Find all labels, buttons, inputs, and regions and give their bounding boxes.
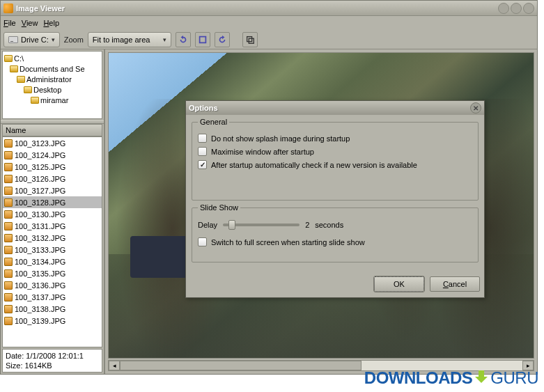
image-file-icon: [4, 187, 13, 195]
dialog-titlebar[interactable]: Options ✕: [186, 101, 484, 115]
image-file-icon: [4, 293, 13, 301]
folder-icon: [10, 65, 18, 72]
dialog-close-button[interactable]: ✕: [470, 102, 481, 113]
zoom-label: Zoom: [64, 36, 84, 44]
tree-item[interactable]: C:\: [4, 53, 100, 63]
file-row[interactable]: 100_3132.JPG: [3, 232, 102, 244]
file-list-header[interactable]: Name: [2, 124, 102, 136]
delay-label: Delay: [198, 221, 217, 229]
file-name: 100_3133.JPG: [15, 246, 65, 254]
svg-rect-0: [199, 36, 205, 42]
file-row[interactable]: 100_3131.JPG: [3, 220, 102, 232]
ok-button[interactable]: OK: [374, 276, 424, 292]
titlebar[interactable]: Image Viewer: [1, 1, 537, 16]
image-file-icon: [4, 198, 13, 207]
image-file-icon: [4, 258, 13, 266]
copy-button[interactable]: [242, 32, 258, 47]
drive-selector[interactable]: Drive C: ▾: [3, 32, 60, 47]
splash-checkbox[interactable]: [198, 134, 207, 143]
download-icon: [474, 370, 489, 386]
file-row[interactable]: 100_3127.JPG: [3, 185, 102, 196]
image-file-icon: [4, 246, 13, 254]
file-name: 100_3134.JPG: [15, 258, 65, 266]
file-row[interactable]: 100_3128.JPG: [3, 196, 102, 208]
fit-button[interactable]: [195, 32, 210, 47]
menu-view[interactable]: View: [22, 19, 38, 27]
svg-rect-2: [249, 38, 254, 43]
close-button[interactable]: [523, 3, 534, 14]
file-name: 100_3136.JPG: [15, 281, 65, 290]
fullscreen-checkbox[interactable]: [198, 237, 207, 246]
menu-help[interactable]: Help: [43, 19, 59, 27]
tree-item[interactable]: Desktop: [4, 84, 100, 95]
scrollbar-thumb[interactable]: [120, 361, 362, 370]
app-icon: [3, 3, 13, 13]
watermark: DOWNLOADSGURU: [364, 368, 538, 388]
image-file-icon: [4, 175, 13, 183]
file-name: 100_3135.JPG: [15, 269, 65, 278]
sidebar: C:\ Documents and Se Administrator Deskt…: [1, 49, 105, 374]
file-row[interactable]: 100_3137.JPG: [3, 291, 102, 303]
toolbar: Drive C: ▾ Zoom Fit to image area ▾: [1, 30, 537, 49]
slideshow-legend: Slide Show: [198, 203, 240, 212]
file-row[interactable]: 100_3126.JPG: [3, 173, 102, 185]
file-list[interactable]: 100_3123.JPG100_3124.JPG100_3125.JPG100_…: [2, 136, 102, 347]
update-check-checkbox[interactable]: [198, 160, 207, 169]
folder-icon: [31, 97, 39, 104]
folder-icon: [4, 55, 13, 62]
delay-slider[interactable]: [223, 224, 300, 226]
status-size: Size: 1614KB: [6, 361, 99, 370]
image-file-icon: [4, 139, 13, 148]
file-row[interactable]: 100_3139.JPG: [3, 315, 102, 327]
file-name: 100_3126.JPG: [15, 175, 65, 183]
file-name: 100_3132.JPG: [15, 234, 65, 242]
file-row[interactable]: 100_3125.JPG: [3, 161, 102, 173]
file-name: 100_3130.JPG: [15, 210, 65, 219]
image-file-icon: [4, 163, 13, 171]
file-name: 100_3125.JPG: [15, 163, 65, 171]
file-name: 100_3128.JPG: [15, 198, 65, 207]
maximize-button[interactable]: [511, 3, 522, 14]
update-check-label: After startup automatically check if a n…: [211, 161, 417, 169]
rotate-left-button[interactable]: [176, 32, 191, 47]
file-row[interactable]: 100_3133.JPG: [3, 244, 102, 256]
file-row[interactable]: 100_3138.JPG: [3, 303, 102, 315]
image-file-icon: [4, 281, 13, 290]
image-file-icon: [4, 210, 13, 219]
rotate-right-button[interactable]: [215, 32, 230, 47]
tree-item[interactable]: Documents and Se: [4, 63, 100, 74]
minimize-button[interactable]: [498, 3, 509, 14]
cancel-button[interactable]: Cancel: [430, 276, 480, 292]
drive-icon: [8, 36, 18, 43]
tree-item-selected[interactable]: miramar: [4, 95, 100, 105]
image-file-icon: [4, 269, 13, 278]
file-row[interactable]: 100_3135.JPG: [3, 267, 102, 279]
image-file-icon: [4, 317, 13, 325]
window-title: Image Viewer: [16, 4, 498, 13]
file-name: 100_3137.JPG: [15, 293, 65, 301]
folder-icon: [17, 76, 25, 83]
maximise-checkbox[interactable]: [198, 147, 207, 156]
scroll-left-arrow[interactable]: ◂: [109, 361, 120, 370]
file-row[interactable]: 100_3130.JPG: [3, 208, 102, 220]
file-name: 100_3138.JPG: [15, 305, 65, 313]
slider-thumb[interactable]: [228, 220, 235, 230]
options-dialog: Options ✕ General Do not show splash ima…: [185, 100, 485, 298]
zoom-selector[interactable]: Fit to image area ▾: [88, 32, 171, 47]
zoom-value: Fit to image area: [93, 36, 150, 44]
menu-file[interactable]: File: [3, 19, 16, 27]
general-legend: General: [198, 118, 229, 126]
tree-item[interactable]: Administrator: [4, 74, 100, 84]
menubar: File View Help: [1, 16, 537, 30]
chevron-down-icon: ▾: [52, 36, 55, 43]
file-row[interactable]: 100_3134.JPG: [3, 256, 102, 267]
delay-unit: seconds: [315, 221, 343, 229]
folder-tree[interactable]: C:\ Documents and Se Administrator Deskt…: [2, 51, 102, 119]
file-row[interactable]: 100_3136.JPG: [3, 279, 102, 291]
status-pane: Date: 1/1/2008 12:01:1 Size: 1614KB: [2, 349, 102, 373]
delay-value: 2: [305, 221, 309, 229]
splash-label: Do not show splash image during startup: [211, 134, 350, 143]
file-row[interactable]: 100_3123.JPG: [3, 137, 102, 149]
file-name: 100_3131.JPG: [15, 222, 65, 230]
file-row[interactable]: 100_3124.JPG: [3, 149, 102, 161]
